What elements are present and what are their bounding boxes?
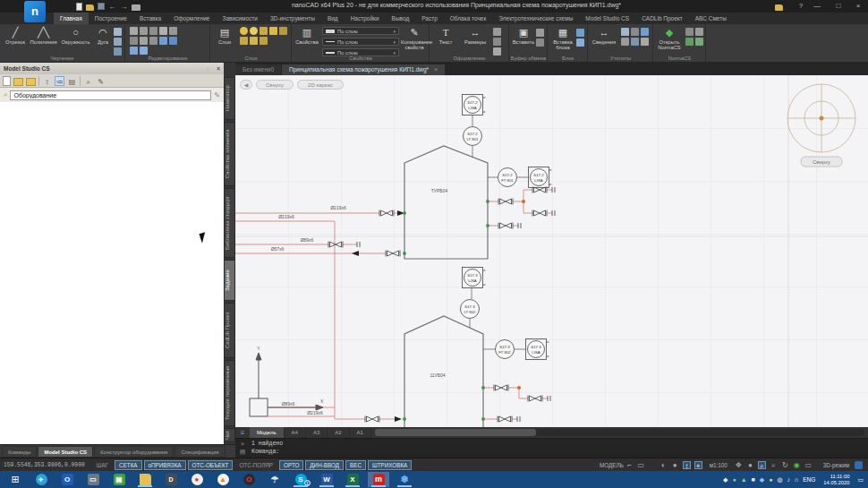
filter-pen-icon[interactable]: ✎ — [214, 91, 220, 99]
ribbon-tab-pointclouds[interactable]: Облака точек — [444, 13, 493, 24]
layer-tools[interactable] — [240, 27, 289, 45]
visual-style-pill[interactable]: 2D каркас — [297, 80, 344, 90]
palette-header[interactable]: Model Studio CS ◌ × — [0, 63, 224, 74]
line-button[interactable]: ╱Отрезок — [2, 26, 29, 54]
vtab-current-variables[interactable]: Текущие переменные — [224, 360, 235, 426]
taskbar-photos[interactable]: ▣ — [108, 472, 130, 487]
palette-close-icon[interactable]: × — [217, 63, 220, 74]
taskbar-outlook[interactable]: O — [56, 472, 78, 487]
layout-tab-a2[interactable]: A2 — [328, 427, 349, 438]
annotation-sync-icon[interactable]: ⌖ — [694, 461, 702, 469]
bluetooth-icon[interactable]: ◆ — [760, 476, 764, 484]
doc-tab-close-icon[interactable]: × — [434, 66, 438, 73]
list-icon[interactable] — [641, 38, 649, 46]
color-dropdown[interactable]: По слою▾ — [322, 27, 399, 35]
layer-lock-icon[interactable] — [260, 27, 268, 35]
rotate-icon[interactable] — [140, 27, 148, 35]
ribbon-tab-cadlib[interactable]: CADLib Проект — [635, 13, 689, 24]
pan-icon[interactable]: ✥ — [735, 461, 743, 469]
ribbon-tab-draw[interactable]: Построение — [89, 13, 133, 24]
taskbar-opera[interactable]: O — [238, 472, 260, 487]
layout-tab-model[interactable]: Модель — [250, 427, 285, 438]
find-icon[interactable]: ⌕ — [83, 76, 93, 86]
drawing-canvas[interactable]: ◀ Сверху 2D каркас — [235, 75, 868, 427]
print-icon[interactable] — [132, 4, 140, 11]
toggle-snap[interactable]: ШАГ — [92, 460, 113, 470]
rectangle-icon[interactable] — [114, 28, 122, 36]
mic-icon[interactable]: ■ — [752, 476, 755, 483]
horizontal-scrollbar[interactable] — [375, 429, 864, 436]
toggle-lineweight[interactable]: ВЕС — [345, 460, 366, 470]
hatch-icon[interactable] — [114, 47, 122, 56]
normacs-tools[interactable] — [685, 28, 703, 46]
zoom-dot-icon[interactable]: ● — [746, 461, 754, 469]
orbit-icon[interactable]: ↻ — [781, 461, 789, 469]
open-folder-icon[interactable] — [13, 78, 23, 86]
editing-tools[interactable] — [130, 27, 182, 55]
ribbon-tab-annotate[interactable]: Оформление — [167, 13, 216, 24]
network-icon[interactable]: ◍ — [777, 476, 782, 484]
annotation-scale-icon[interactable]: ↕ — [683, 461, 691, 469]
select-cycle-icon[interactable]: ◐ — [660, 461, 668, 469]
vtab-standard-library[interactable]: Библиотека стандарт — [224, 188, 235, 258]
taskbar-word[interactable]: W — [316, 472, 337, 487]
panel-tab-equipment-designer[interactable]: Конструктор оборудования — [94, 446, 174, 458]
circle-button[interactable]: ○Окружность — [59, 26, 92, 54]
arc-button[interactable]: ◠Дуга — [93, 26, 113, 54]
tank-2[interactable] — [404, 316, 483, 427]
fillet-icon[interactable] — [130, 47, 138, 55]
redo-icon[interactable]: → — [120, 3, 128, 11]
lamp-icon[interactable]: ● — [671, 461, 679, 469]
search-input[interactable] — [10, 90, 211, 100]
ribbon-tab-abc[interactable]: АВС Сметы — [689, 13, 733, 24]
attr-icon[interactable] — [576, 39, 584, 47]
toggle-otrack[interactable]: ОТС-ОБЪЕКТ — [188, 460, 234, 470]
normacs-find-icon[interactable] — [685, 28, 694, 36]
move-icon[interactable] — [130, 27, 138, 35]
insert-block-button[interactable]: ▦Вставка блока — [550, 26, 575, 54]
ribbon-tab-view[interactable]: Вид — [321, 13, 345, 24]
stretch-icon[interactable] — [140, 47, 148, 55]
monitor-icon[interactable]: ▭ — [804, 461, 813, 469]
layer-tool4-icon[interactable] — [260, 37, 268, 45]
measure-icon[interactable] — [621, 28, 629, 36]
instrument-lt-801[interactable] — [464, 127, 482, 146]
viewport-icon[interactable]: ▭ — [637, 461, 645, 469]
instrument-lisa-4[interactable] — [526, 339, 549, 360]
tools-icon[interactable]: ✎ — [96, 76, 106, 86]
cloud-icon[interactable]: ● — [769, 476, 772, 483]
paper-model-icon[interactable]: ⌐ — [625, 461, 634, 469]
scale-indicator[interactable]: м1:100 — [710, 462, 728, 468]
panel-tab-commands[interactable]: Команды — [2, 446, 37, 458]
ribbon-tab-modelstudio[interactable]: Model Studio CS — [579, 13, 635, 24]
ribbon-tab-constraints[interactable]: Зависимости — [216, 13, 263, 24]
block-tools[interactable] — [576, 29, 584, 47]
instrument-ft-802[interactable] — [496, 340, 515, 359]
doc-tab-scheme[interactable]: Принципиальная схема пожаротушения КИП1.… — [282, 64, 445, 75]
toggle-osnap[interactable]: оПРИВЯЗКА — [144, 460, 186, 470]
layout-menu-icon[interactable]: ≡ — [235, 429, 250, 437]
view-back-pill[interactable]: ◀ — [240, 80, 252, 90]
id-icon[interactable] — [621, 38, 629, 46]
layer-tool-icon[interactable] — [279, 27, 287, 35]
sort-icon[interactable]: ↕ — [42, 76, 52, 86]
command-close-icon[interactable]: × — [238, 441, 247, 447]
scrollbar-thumb[interactable] — [375, 429, 536, 436]
layout-tab-a4[interactable]: A4 — [285, 427, 306, 438]
paste-button[interactable]: ▣Вставить — [512, 26, 535, 54]
ribbon-tab-settings[interactable]: Настройки — [345, 13, 386, 24]
taskbar-recorder[interactable]: ● — [186, 472, 208, 487]
language-indicator[interactable]: ENG — [803, 476, 815, 483]
linetype-dropdown[interactable]: По слою▾ — [322, 38, 399, 46]
command-line-panel[interactable]: × ▤ 1 найдено Команда: — [235, 438, 868, 458]
volume-icon[interactable]: ♪ — [787, 476, 791, 483]
3d-mode-label[interactable]: 3D-режим — [823, 462, 849, 468]
vtab-navigator[interactable]: Навигатор — [224, 77, 235, 120]
toggle-ortho[interactable]: ОРТО — [279, 460, 303, 470]
layer-tool3-icon[interactable] — [250, 37, 258, 45]
explode-icon[interactable] — [169, 37, 177, 45]
vtab-element-properties[interactable]: Свойства элемента — [224, 122, 235, 186]
layer-on-icon[interactable] — [240, 27, 248, 35]
ribbon-tab-raster[interactable]: Растр — [415, 13, 444, 24]
dimensions-button[interactable]: ↔Размеры — [461, 26, 489, 54]
